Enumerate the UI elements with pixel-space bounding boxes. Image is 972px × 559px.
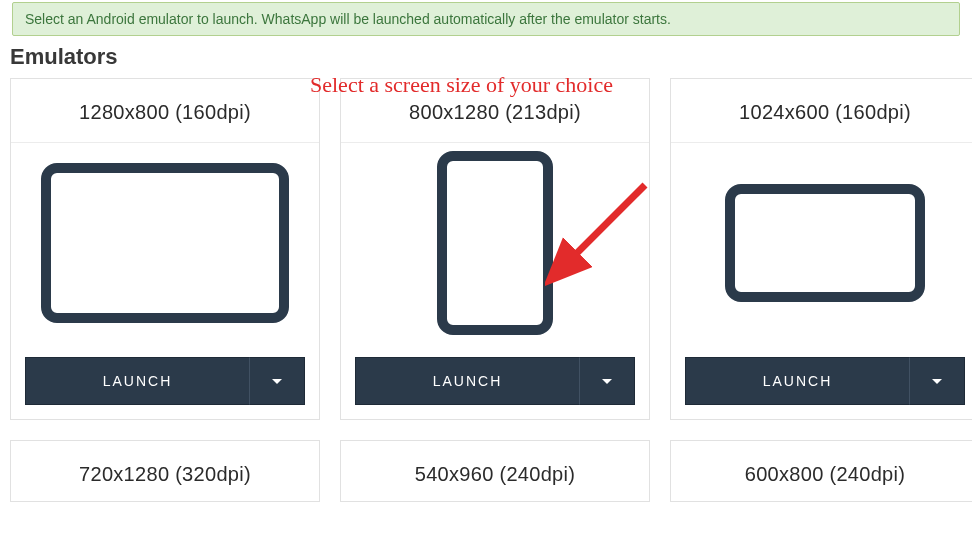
emulator-card-title: 600x800 (240dpi) (671, 441, 972, 502)
device-outline-icon (41, 163, 289, 323)
launch-dropdown-button[interactable] (579, 357, 635, 405)
emulator-card-title: 540x960 (240dpi) (341, 441, 649, 502)
emulator-preview (341, 143, 649, 343)
emulator-card-title: 1280x800 (160dpi) (11, 79, 319, 143)
info-alert-text: Select an Android emulator to launch. Wh… (25, 11, 671, 27)
emulator-card-title: 1024x600 (160dpi) (671, 79, 972, 143)
launch-button[interactable]: Launch (685, 357, 909, 405)
emulator-card: 1280x800 (160dpi) Launch (10, 78, 320, 420)
emulator-preview (11, 143, 319, 343)
launch-button[interactable]: Launch (355, 357, 579, 405)
info-alert: Select an Android emulator to launch. Wh… (12, 2, 960, 36)
emulator-card: 800x1280 (213dpi) Launch (340, 78, 650, 420)
emulator-card: 1024x600 (160dpi) Launch (670, 78, 972, 420)
chevron-down-icon (602, 379, 612, 384)
device-outline-icon (437, 151, 553, 335)
emulator-card: 720x1280 (320dpi) (10, 440, 320, 502)
emulator-preview (671, 143, 972, 343)
launch-button[interactable]: Launch (25, 357, 249, 405)
emulator-card-title: 800x1280 (213dpi) (341, 79, 649, 143)
section-title-emulators: Emulators (10, 44, 964, 70)
emulator-card-title: 720x1280 (320dpi) (11, 441, 319, 502)
device-outline-icon (725, 184, 925, 302)
emulator-card: 540x960 (240dpi) (340, 440, 650, 502)
launch-dropdown-button[interactable] (249, 357, 305, 405)
launch-dropdown-button[interactable] (909, 357, 965, 405)
emulator-card: 600x800 (240dpi) (670, 440, 972, 502)
chevron-down-icon (272, 379, 282, 384)
chevron-down-icon (932, 379, 942, 384)
